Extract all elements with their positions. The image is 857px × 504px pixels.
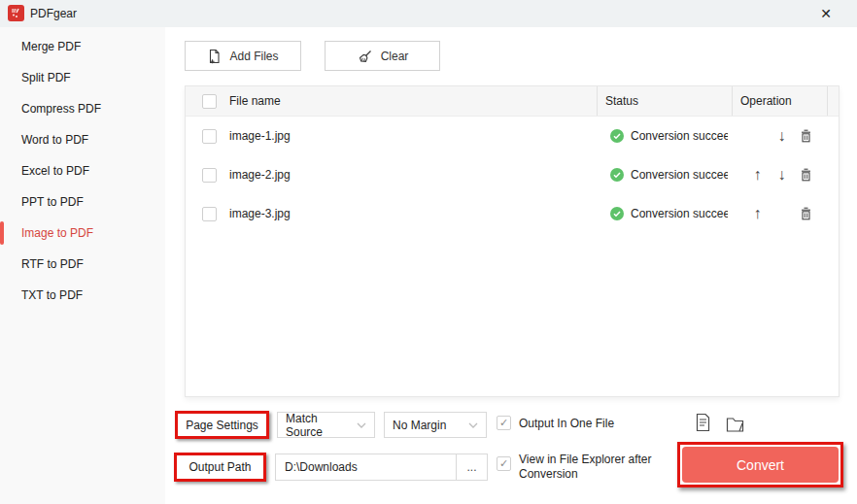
sidebar-item-image-to-pdf[interactable]: Image to PDF [0, 218, 165, 249]
view-in-explorer-checkbox[interactable] [497, 456, 511, 471]
title-bar: PDFgear ✕ [0, 0, 857, 27]
convert-button-highlight: Convert [677, 442, 843, 487]
file-name: image-2.jpg [229, 168, 291, 182]
table-row: image-2.jpg Conversion succeeded ↑ ↓ [186, 155, 839, 194]
select-all-checkbox[interactable] [202, 94, 217, 109]
sidebar: Merge PDF Split PDF Compress PDF Word to… [0, 27, 165, 504]
delete-icon[interactable] [794, 128, 818, 144]
delete-icon[interactable] [794, 167, 818, 183]
margin-dropdown[interactable]: No Margin [384, 412, 487, 438]
column-status: Status [597, 86, 732, 116]
clear-label: Clear [381, 50, 409, 63]
success-icon [610, 168, 624, 182]
table-header: File name Status Operation [186, 86, 839, 117]
convert-button[interactable]: Convert [682, 447, 839, 483]
file-name: image-1.jpg [229, 129, 291, 143]
add-files-label: Add Files [229, 50, 278, 63]
move-up-icon[interactable]: ↑ [745, 205, 770, 222]
sidebar-item-compress-pdf[interactable]: Compress PDF [0, 93, 165, 124]
add-file-icon [207, 49, 222, 64]
sidebar-item-excel-to-pdf[interactable]: Excel to PDF [0, 155, 165, 186]
view-in-explorer-label: View in File Explorer after Conversion [519, 453, 674, 482]
status-text: Conversion succeeded [631, 129, 728, 143]
pdfgear-logo-icon [8, 5, 24, 21]
row-checkbox[interactable] [202, 168, 217, 183]
status-text: Conversion succeeded [631, 168, 728, 182]
output-in-one-file-checkbox[interactable] [497, 416, 511, 430]
column-gutter [827, 86, 839, 116]
active-indicator [0, 221, 4, 245]
page-settings-label: Page Settings [186, 419, 258, 432]
move-down-icon[interactable]: ↓ [770, 127, 794, 145]
output-path-label-highlight: Output Path [174, 453, 266, 482]
pdfgear-window: PDFgear ✕ Merge PDF Split PDF Compress P… [0, 0, 857, 504]
close-icon[interactable]: ✕ [806, 0, 845, 27]
page-size-value: Match Source [286, 412, 357, 439]
sidebar-item-ppt-to-pdf[interactable]: PPT to PDF [0, 186, 165, 218]
output-path-input[interactable]: D:\Downloads [275, 454, 457, 481]
sidebar-item-word-to-pdf[interactable]: Word to PDF [0, 124, 165, 155]
move-up-icon[interactable]: ↑ [745, 166, 770, 184]
file-table: File name Status Operation image-1.jpg C… [185, 85, 840, 397]
broom-icon [357, 49, 373, 64]
success-icon [610, 129, 624, 143]
sidebar-item-split-pdf[interactable]: Split PDF [0, 62, 165, 93]
app-title: PDFgear [30, 0, 77, 27]
document-icon[interactable] [695, 413, 711, 432]
success-icon [610, 207, 624, 220]
folder-icon[interactable] [726, 417, 746, 433]
move-down-icon[interactable]: ↓ [770, 166, 794, 184]
chevron-down-icon [468, 422, 478, 428]
sidebar-item-merge-pdf[interactable]: Merge PDF [0, 31, 165, 62]
output-in-one-file-label: Output In One File [519, 411, 614, 437]
column-operation: Operation [732, 86, 827, 116]
clear-button[interactable]: Clear [325, 41, 440, 71]
margin-value: No Margin [393, 419, 446, 432]
add-files-button[interactable]: Add Files [185, 41, 301, 71]
page-settings-label-highlight: Page Settings [175, 411, 269, 439]
file-name: image-3.jpg [229, 207, 291, 220]
column-file-name: File name [229, 94, 281, 108]
chevron-down-icon [357, 422, 366, 428]
status-text: Conversion succeeded [631, 207, 728, 220]
row-checkbox[interactable] [202, 207, 217, 221]
output-path-value: D:\Downloads [285, 460, 358, 474]
main-panel: Add Files Clear File name Status Operati [165, 27, 857, 504]
browse-button[interactable]: ... [456, 454, 488, 481]
row-checkbox[interactable] [202, 129, 217, 144]
sidebar-item-txt-to-pdf[interactable]: TXT to PDF [0, 280, 165, 311]
table-row: image-1.jpg Conversion succeeded ↑ ↓ [186, 117, 839, 155]
sidebar-item-rtf-to-pdf[interactable]: RTF to PDF [0, 249, 165, 280]
table-row: image-3.jpg Conversion succeeded ↑ ↓ [186, 194, 839, 233]
delete-icon[interactable] [794, 206, 818, 221]
sidebar-item-label: Image to PDF [21, 226, 93, 240]
output-path-label: Output Path [189, 460, 251, 474]
page-size-dropdown[interactable]: Match Source [277, 412, 375, 438]
